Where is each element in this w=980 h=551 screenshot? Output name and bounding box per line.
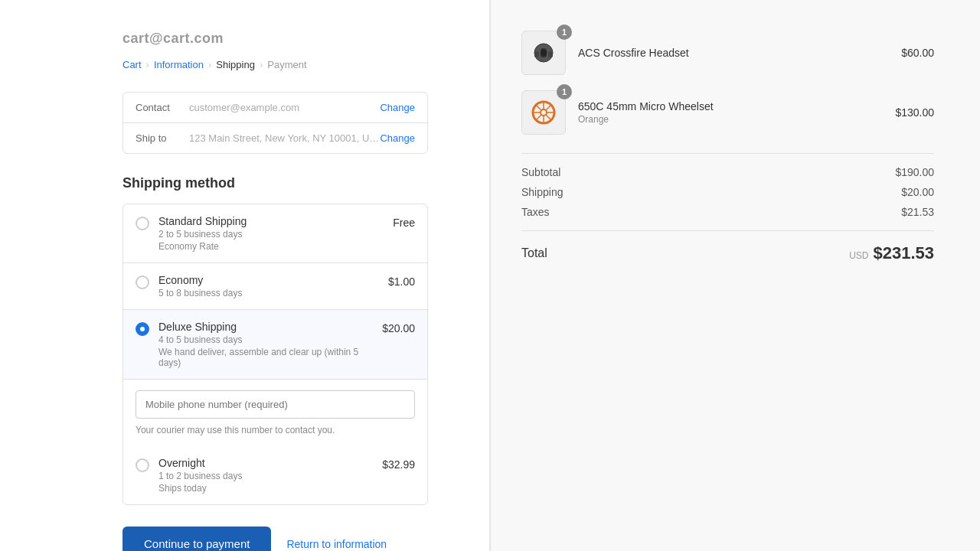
ship-to-row: Ship to 123 Main Street, New York, NY 10… [123, 122, 427, 153]
breadcrumb-information[interactable]: Information [154, 59, 204, 70]
subtotal-label: Subtotal [521, 166, 560, 178]
svg-point-6 [541, 109, 547, 116]
option-deluxe-desc2: We hand deliver, assemble and clear up (… [158, 347, 370, 368]
ship-to-label: Ship to [136, 132, 189, 144]
contact-row: Contact customer@example.com Change [123, 93, 427, 122]
breadcrumb-shipping: Shipping [216, 59, 255, 70]
breadcrumb-cart[interactable]: Cart [122, 59, 142, 70]
order-items: 1 ACS Crossfire Headset $60.00 [521, 31, 934, 135]
option-deluxe-name: Deluxe Shipping [158, 321, 370, 333]
total-row: Total USD $231.53 [521, 230, 934, 263]
option-overnight-price: $32.99 [382, 458, 415, 471]
continue-to-payment-button[interactable]: Continue to payment [122, 527, 271, 551]
divider-1 [521, 153, 934, 154]
breadcrumb-payment: Payment [267, 59, 306, 70]
svg-rect-3 [534, 51, 539, 57]
item-info-wheelset: 650C 45mm Micro Wheelset Orange [578, 100, 883, 125]
total-label: Total [521, 246, 547, 260]
shipping-value: $20.00 [901, 186, 934, 198]
left-panel: cart@cart.com Cart › Information › Shipp… [0, 0, 490, 551]
option-deluxe-price: $20.00 [382, 322, 415, 334]
item-info-headset: ACS Crossfire Headset [578, 47, 889, 59]
contact-change-link[interactable]: Change [380, 102, 415, 113]
phone-input[interactable] [136, 390, 415, 419]
chevron-icon: › [146, 59, 149, 70]
option-standard-desc2: Economy Rate [158, 241, 381, 252]
shipping-option-standard[interactable]: Standard Shipping 2 to 5 business days E… [123, 204, 427, 262]
option-overnight-desc2: Ships today [158, 483, 370, 494]
option-overnight-desc1: 1 to 2 business days [158, 471, 370, 481]
option-standard-price: Free [393, 217, 415, 229]
item-badge-wheelset: 1 [557, 84, 572, 99]
order-item-wheelset: 1 650C 45mm Micro Wheelset Orange $130.0… [521, 90, 934, 135]
radio-overnight[interactable] [136, 458, 149, 472]
item-name-wheelset: 650C 45mm Micro Wheelset [578, 100, 883, 112]
subtotal-value: $190.00 [895, 166, 934, 178]
phone-hint: Your courier may use this number to cont… [136, 425, 415, 435]
item-img-wrap-wheelset: 1 [521, 90, 566, 135]
svg-point-2 [541, 50, 547, 56]
svg-rect-4 [548, 51, 553, 57]
total-currency: USD [849, 250, 868, 261]
shipping-option-overnight[interactable]: Overnight 1 to 2 business days Ships tod… [123, 446, 427, 504]
item-price-headset: $60.00 [901, 47, 934, 59]
svg-line-11 [536, 105, 541, 110]
option-economy-name: Economy [158, 274, 376, 286]
taxes-row: Taxes $21.53 [521, 206, 934, 218]
shipping-option-deluxe[interactable]: Deluxe Shipping 4 to 5 business days We … [123, 309, 427, 379]
taxes-value: $21.53 [901, 206, 934, 218]
contact-value: customer@example.com [189, 102, 380, 113]
phone-section: Your courier may use this number to cont… [123, 379, 427, 446]
shipping-method-title: Shipping method [122, 175, 428, 191]
total-amount: $231.53 [873, 243, 934, 263]
breadcrumb: Cart › Information › Shipping › Payment [122, 59, 428, 70]
return-to-information-link[interactable]: Return to information [286, 538, 387, 550]
option-economy-price: $1.00 [388, 276, 415, 288]
radio-standard[interactable] [136, 217, 149, 230]
right-panel: 1 ACS Crossfire Headset $60.00 [490, 0, 980, 551]
info-box: Contact customer@example.com Change Ship… [122, 92, 428, 154]
item-name-headset: ACS Crossfire Headset [578, 47, 889, 59]
ship-to-change-link[interactable]: Change [380, 132, 415, 144]
order-item-headset: 1 ACS Crossfire Headset $60.00 [521, 31, 934, 75]
chevron-icon-2: › [208, 59, 211, 70]
item-badge-headset: 1 [557, 24, 572, 40]
radio-deluxe[interactable] [136, 322, 149, 336]
contact-label: Contact [136, 102, 189, 113]
item-sub-wheelset: Orange [578, 114, 883, 125]
option-standard-desc1: 2 to 5 business days [158, 229, 381, 240]
option-overnight-name: Overnight [158, 457, 370, 469]
shipping-label: Shipping [521, 186, 564, 198]
item-price-wheelset: $130.00 [895, 106, 934, 119]
subtotal-row: Subtotal $190.00 [521, 166, 934, 178]
radio-economy[interactable] [136, 276, 149, 289]
svg-line-12 [546, 115, 551, 120]
total-right: USD $231.53 [849, 243, 934, 263]
chevron-icon-3: › [260, 59, 263, 70]
actions: Continue to payment Return to informatio… [122, 527, 428, 551]
shipping-row: Shipping $20.00 [521, 186, 934, 198]
option-deluxe-desc1: 4 to 5 business days [158, 334, 370, 345]
shipping-options: Standard Shipping 2 to 5 business days E… [122, 204, 428, 505]
item-img-wrap-headset: 1 [521, 31, 566, 75]
shipping-option-economy[interactable]: Economy 5 to 8 business days $1.00 [123, 262, 427, 309]
svg-line-13 [546, 105, 551, 110]
store-name: cart@cart.com [122, 31, 428, 47]
option-standard-name: Standard Shipping [158, 215, 381, 227]
ship-to-value: 123 Main Street, New York, NY 10001, Uni… [189, 132, 380, 144]
svg-line-14 [536, 115, 541, 120]
taxes-label: Taxes [521, 206, 550, 218]
option-economy-desc1: 5 to 8 business days [158, 288, 376, 298]
